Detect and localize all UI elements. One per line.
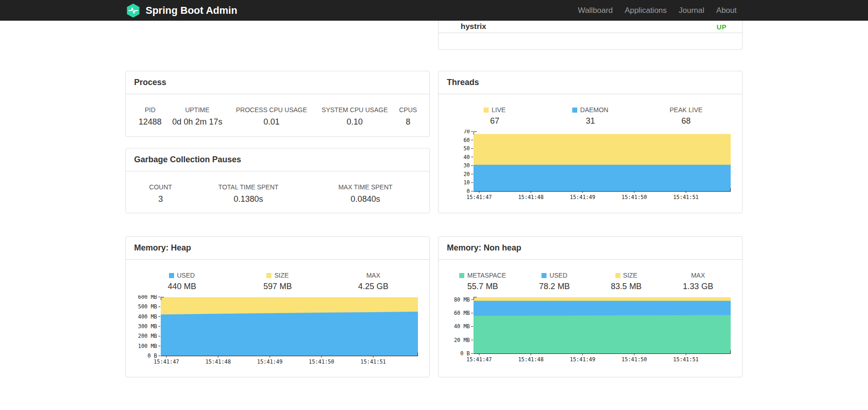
metric-label: MAX TIME SPENT (310, 178, 421, 192)
memory-heap-panel-title: Memory: Heap (126, 237, 429, 260)
legend-item-header: DAEMON (542, 106, 638, 114)
svg-text:15:41:48: 15:41:48 (518, 194, 543, 200)
blue-swatch-icon (541, 273, 547, 278)
metric-value: 0.1380s (187, 192, 310, 205)
gc-pauses-panel-body: COUNTTOTAL TIME SPENTMAX TIME SPENT30.13… (126, 171, 429, 210)
gc-pauses-panel: Garbage Collection Pauses COUNTTOTAL TIM… (125, 148, 430, 213)
legend-item-header: SIZE (591, 272, 662, 279)
svg-text:500 MB: 500 MB (138, 303, 157, 310)
metric-label: UPTIME (166, 101, 229, 114)
memory-nonheap-panel-title: Memory: Non heap (439, 237, 742, 260)
svg-text:0 B: 0 B (460, 350, 470, 357)
legend-label: LIVE (491, 106, 505, 114)
svg-text:15:41:51: 15:41:51 (673, 356, 699, 363)
metric-label: SYSTEM CPU USAGE (315, 101, 395, 114)
brand-link[interactable]: Spring Boot Admin (125, 3, 237, 18)
svg-text:15:41:50: 15:41:50 (621, 356, 647, 363)
legend-value: 67 (447, 116, 542, 126)
legend-item-header: LIVE (447, 106, 542, 114)
legend-label: USED (549, 272, 567, 279)
legend-item: METASPACE55.7 MB (447, 272, 519, 291)
svg-text:400 MB: 400 MB (138, 313, 157, 320)
svg-text:15:41:47: 15:41:47 (467, 356, 492, 363)
nav-item-applications[interactable]: Applications (619, 6, 673, 15)
legend-item: USED440 MB (134, 272, 230, 291)
legend-item: SIZE83.5 MB (591, 272, 662, 291)
legend-label: DAEMON (580, 106, 608, 114)
legend-value: 597 MB (230, 282, 325, 291)
metric-value: 0d 0h 2m 17s (166, 114, 229, 128)
brand-title: Spring Boot Admin (146, 5, 237, 17)
nav-links: WallboardApplicationsJournalAbout (572, 0, 743, 21)
memory-nonheap-chart: 80 MB60 MB40 MB20 MB0 B15:41:4715:41:481… (447, 295, 734, 365)
svg-text:20 MB: 20 MB (454, 337, 470, 343)
legend-item-header: USED (134, 272, 230, 279)
svg-text:15:41:51: 15:41:51 (361, 359, 386, 365)
memory-nonheap-panel-body: METASPACE55.7 MBUSED78.2 MBSIZE83.5 MBMA… (439, 260, 742, 370)
svg-text:15:41:47: 15:41:47 (467, 194, 492, 200)
metric-label: COUNT (134, 178, 187, 192)
threads-panel-body: LIVE67DAEMON31PEAK LIVE68 70605040302010… (439, 94, 742, 208)
legend-item: LIVE67 (447, 106, 542, 126)
memory-heap-legend: USED440 MBSIZE597 MBMAX4.25 GB (134, 266, 421, 291)
navbar-container: Spring Boot Admin WallboardApplicationsJ… (118, 0, 750, 21)
svg-text:60: 60 (463, 137, 470, 143)
yellow-swatch-icon (484, 108, 489, 113)
legend-label: PEAK LIVE (670, 106, 703, 114)
legend-item-header: USED (519, 272, 590, 279)
legend-item-header: METASPACE (447, 272, 519, 279)
svg-text:15:41:48: 15:41:48 (205, 359, 231, 365)
green-swatch-icon (459, 273, 464, 278)
metrics-table: COUNTTOTAL TIME SPENTMAX TIME SPENT30.13… (134, 178, 421, 205)
blue-swatch-icon (572, 108, 577, 113)
spring-boot-admin-logo-icon (125, 3, 141, 18)
yellow-swatch-icon (266, 273, 271, 278)
legend-label: METASPACE (467, 272, 506, 279)
memory-heap-chart: 600 MB500 MB400 MB300 MB200 MB100 MB0 B1… (134, 295, 421, 368)
svg-text:15:41:48: 15:41:48 (518, 356, 543, 363)
threads-panel-title: Threads (439, 71, 742, 94)
process-panel-body: PIDUPTIMEPROCESS CPU USAGESYSTEM CPU USA… (126, 94, 429, 132)
legend-value: 78.2 MB (519, 282, 590, 291)
legend-label: SIZE (274, 272, 288, 279)
nav-item-about[interactable]: About (710, 6, 743, 15)
memory-row: Memory: Heap USED440 MBSIZE597 MBMAX4.25… (125, 236, 743, 377)
top-row-right: hystrix UP (438, 21, 743, 50)
svg-text:100 MB: 100 MB (138, 343, 157, 349)
main-content: hystrix UP Process PIDUPTIMEPROCESS CPU … (118, 21, 750, 377)
memory-heap-panel-body: USED440 MBSIZE597 MBMAX4.25 GB 600 MB500… (126, 260, 429, 372)
svg-text:40: 40 (463, 154, 470, 160)
svg-text:200 MB: 200 MB (138, 333, 157, 339)
nav-item-wallboard[interactable]: Wallboard (572, 6, 619, 15)
legend-value: 83.5 MB (591, 282, 662, 291)
svg-text:15:41:50: 15:41:50 (621, 194, 647, 200)
memory-heap-panel: Memory: Heap USED440 MBSIZE597 MBMAX4.25… (125, 236, 430, 377)
metrics-table: PIDUPTIMEPROCESS CPU USAGESYSTEM CPU USA… (134, 101, 421, 128)
legend-item: SIZE597 MB (230, 272, 325, 291)
svg-text:20: 20 (463, 171, 470, 177)
metrics-row-left-column: Process PIDUPTIMEPROCESS CPU USAGESYSTEM… (125, 71, 430, 213)
svg-text:600 MB: 600 MB (138, 295, 157, 300)
health-details-panel: hystrix UP (438, 21, 743, 50)
memory-row-left-column: Memory: Heap USED440 MBSIZE597 MBMAX4.25… (125, 236, 430, 377)
svg-text:300 MB: 300 MB (138, 323, 157, 330)
memory-nonheap-area-chart: 80 MB60 MB40 MB20 MB0 B15:41:4715:41:481… (447, 295, 735, 365)
legend-label: USED (177, 272, 195, 279)
process-panel-title: Process (126, 71, 429, 94)
legend-value: 31 (542, 116, 638, 126)
process-panel: Process PIDUPTIMEPROCESS CPU USAGESYSTEM… (125, 71, 430, 137)
svg-text:30: 30 (463, 162, 470, 169)
status-up-badge: UP (716, 23, 727, 31)
health-row-hystrix: hystrix UP (439, 21, 742, 33)
legend-value: 440 MB (134, 282, 230, 291)
health-indicator-name: hystrix (461, 22, 486, 31)
metric-value: 0.10 (315, 114, 395, 128)
legend-item-header: MAX (326, 272, 421, 279)
nav-item-journal[interactable]: Journal (673, 6, 710, 15)
legend-value: 1.33 GB (662, 282, 734, 291)
legend-item-header: SIZE (230, 272, 325, 279)
metric-value: 3 (134, 192, 187, 205)
legend-item-header: PEAK LIVE (638, 106, 734, 114)
legend-value: 68 (638, 116, 734, 126)
metric-value: 0.01 (229, 114, 315, 128)
